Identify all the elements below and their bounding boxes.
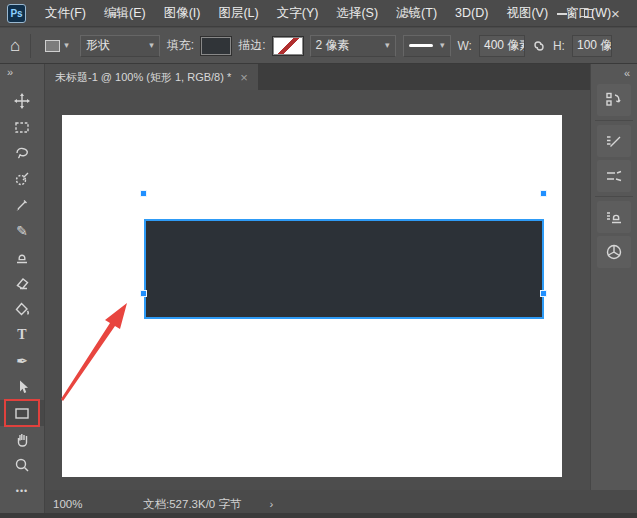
stroke-width-value: 2 像素 — [316, 37, 350, 54]
options-bar: ⌂ ▾ 形状 ▾ 填充: 描边: 2 像素 ▾ ▾ W: 400 像素 H: 1… — [0, 28, 637, 64]
more-tools[interactable]: ••• — [0, 478, 44, 504]
selection-arrow-icon — [13, 378, 31, 396]
stroke-label: 描边: — [238, 37, 265, 54]
clone-stamp-icon — [13, 248, 31, 266]
hand-tool[interactable] — [0, 426, 44, 452]
shape-handle-top-right[interactable] — [540, 190, 547, 197]
divider — [595, 120, 633, 121]
stroke-color-swatch[interactable] — [273, 37, 303, 55]
shape-width-input[interactable]: 400 像素 — [479, 35, 525, 57]
shape-width-value: 400 像素 — [484, 37, 525, 54]
move-icon — [13, 92, 31, 110]
minimize-icon — [557, 13, 567, 15]
lasso-icon — [13, 144, 31, 162]
solid-line-icon — [409, 44, 433, 47]
magnifier-icon — [13, 456, 31, 474]
clone-stamp-tool[interactable] — [0, 244, 44, 270]
maximize-button[interactable] — [575, 0, 602, 27]
quick-selection-tool[interactable] — [0, 166, 44, 192]
paint-bucket-icon — [13, 300, 31, 318]
menu-select[interactable]: 选择(S) — [327, 0, 387, 26]
pen-icon: ✒ — [16, 354, 28, 368]
drawn-rectangle-shape[interactable] — [144, 219, 544, 319]
quick-selection-icon — [13, 170, 31, 188]
chevron-down-icon: ▾ — [149, 41, 154, 50]
tools-panel: » — [0, 64, 45, 518]
menu-3d[interactable]: 3D(D) — [446, 0, 497, 26]
panel-dock: « — [590, 64, 637, 518]
path-selection-tool[interactable] — [0, 374, 44, 400]
brush-settings-panel-button[interactable] — [597, 125, 631, 157]
brush-tool[interactable]: ✎ — [0, 218, 44, 244]
rectangle-preset-icon — [45, 40, 60, 52]
shape-handle-bottom-right[interactable] — [540, 290, 547, 297]
close-icon: × — [611, 6, 620, 21]
type-tool[interactable]: T — [0, 322, 44, 348]
chevron-down-icon: ▾ — [64, 41, 69, 50]
chevron-down-icon: ▾ — [385, 41, 390, 50]
minimize-button[interactable] — [548, 0, 575, 27]
lasso-tool[interactable] — [0, 140, 44, 166]
clone-source-icon — [604, 207, 624, 227]
menu-edit[interactable]: 编辑(E) — [95, 0, 155, 26]
zoom-tool[interactable] — [0, 452, 44, 478]
tab-strip: 未标题-1 @ 100% (矩形 1, RGB/8) * × — [45, 64, 590, 90]
divider — [595, 196, 633, 197]
pen-tool[interactable]: ✒ — [0, 348, 44, 374]
document-tab[interactable]: 未标题-1 @ 100% (矩形 1, RGB/8) * × — [45, 64, 258, 90]
menu-filter[interactable]: 滤镜(T) — [387, 0, 446, 26]
shape-mode-select[interactable]: 形状 ▾ — [80, 35, 160, 57]
menu-image[interactable]: 图像(I) — [155, 0, 210, 26]
document-canvas[interactable] — [62, 115, 562, 477]
history-panel-button[interactable] — [597, 84, 631, 116]
eraser-icon — [13, 274, 31, 292]
eraser-tool[interactable] — [0, 270, 44, 296]
clone-source-panel-button[interactable] — [597, 201, 631, 233]
brushes-icon — [604, 166, 624, 186]
width-label: W: — [458, 39, 472, 53]
tool-preset-picker[interactable]: ▾ — [41, 37, 73, 55]
maximize-icon — [584, 9, 593, 18]
document-size-info: 文档:527.3K/0 字节 — [143, 497, 241, 512]
rectangle-icon — [13, 404, 31, 422]
dock-collapse-icon[interactable]: « — [591, 64, 637, 81]
menu-bar: Ps 文件(F) 编辑(E) 图像(I) 图层(L) 文字(Y) 选择(S) 滤… — [0, 0, 637, 27]
zoom-level-input[interactable]: 100% — [53, 498, 113, 510]
hand-icon — [13, 430, 31, 448]
move-tool[interactable] — [0, 88, 44, 114]
status-chevron-icon[interactable]: › — [269, 498, 273, 510]
window-edge — [0, 513, 637, 518]
history-icon — [604, 90, 624, 110]
marquee-icon — [13, 118, 31, 136]
stroke-width-select[interactable]: 2 像素 ▾ — [310, 35, 396, 57]
tools-list: ✎ T ✒ — [0, 88, 44, 504]
libraries-panel-button[interactable] — [597, 236, 631, 268]
libraries-icon — [604, 242, 624, 262]
close-button[interactable]: × — [602, 0, 629, 27]
brushes-panel-button[interactable] — [597, 160, 631, 192]
fill-label: 填充: — [167, 37, 194, 54]
shape-height-value: 100 像素 — [577, 37, 612, 54]
menu-file[interactable]: 文件(F) — [36, 0, 95, 26]
rectangular-marquee-tool[interactable] — [0, 114, 44, 140]
home-icon[interactable]: ⌂ — [10, 37, 20, 54]
brush-settings-icon — [604, 131, 624, 151]
stroke-style-select[interactable]: ▾ — [403, 35, 451, 57]
fill-color-swatch[interactable] — [201, 37, 231, 55]
shape-handle-top-left[interactable] — [140, 190, 147, 197]
link-dimensions-icon[interactable] — [532, 39, 546, 53]
tab-close-icon[interactable]: × — [240, 70, 248, 85]
document-tab-title: 未标题-1 @ 100% (矩形 1, RGB/8) * — [55, 70, 231, 85]
tools-expand-icon[interactable]: » — [0, 64, 12, 78]
eyedropper-tool[interactable] — [0, 192, 44, 218]
eyedropper-icon — [13, 196, 31, 214]
shape-handle-bottom-left[interactable] — [140, 290, 147, 297]
menu-type[interactable]: 文字(Y) — [268, 0, 328, 26]
menu-layer[interactable]: 图层(L) — [209, 0, 267, 26]
paint-bucket-tool[interactable] — [0, 296, 44, 322]
shape-height-input[interactable]: 100 像素 — [572, 35, 612, 57]
rectangle-tool[interactable] — [0, 400, 44, 426]
type-icon: T — [17, 328, 26, 342]
ellipsis-icon: ••• — [16, 486, 28, 496]
canvas-area — [45, 90, 590, 490]
